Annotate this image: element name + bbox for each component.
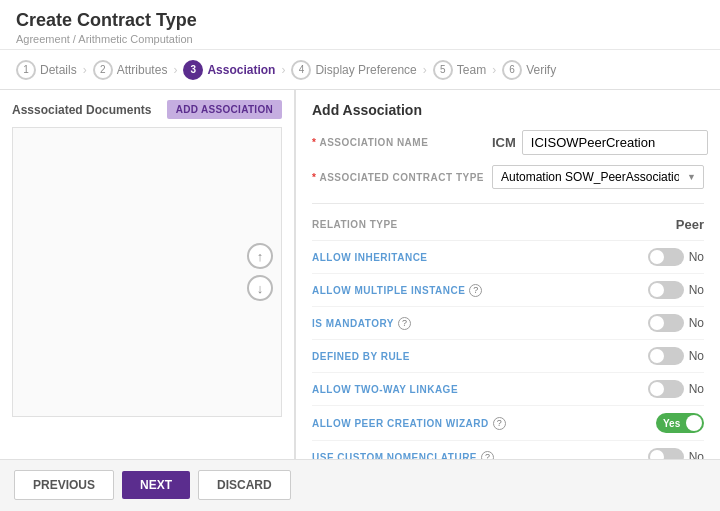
toggle-label-5-wrap: ALLOW PEER CREATION WIZARD ?: [312, 417, 506, 430]
steps-bar: 1 Details › 2 Attributes › 3 Association…: [0, 50, 720, 90]
toggle-switch-2[interactable]: [648, 314, 684, 332]
toggle-value-6: No: [689, 450, 704, 459]
toggle-value-3: No: [689, 349, 704, 363]
toggle-knob-3: [650, 349, 664, 363]
assoc-name-label-col: * ASSOCIATION NAME: [312, 137, 492, 148]
contract-type-select-col: Automation SOW_PeerAssociationcre... ▼: [492, 165, 704, 189]
toggle-switch-4[interactable]: [648, 380, 684, 398]
left-panel-title: Asssociated Documents: [12, 103, 151, 117]
toggle-knob-1: [650, 283, 664, 297]
add-association-button[interactable]: ADD ASSOCIATION: [167, 100, 282, 119]
footer: PREVIOUS NEXT DISCARD: [0, 459, 720, 509]
toggle-switch-1[interactable]: [648, 281, 684, 299]
toggle-label-2: IS MANDATORY: [312, 318, 394, 329]
step-6-circle: 6: [502, 60, 522, 80]
relation-type-row: RELATION TYPE Peer: [312, 212, 704, 241]
left-panel: Asssociated Documents ADD ASSOCIATION ↑ …: [0, 90, 295, 459]
relation-type-value: Peer: [676, 217, 704, 232]
step-3-label: Association: [207, 63, 275, 77]
up-arrow-button[interactable]: ↑: [247, 243, 273, 269]
help-icon-5[interactable]: ?: [493, 417, 506, 430]
toggle-row-4: ALLOW TWO-WAY LINKAGE No: [312, 373, 704, 406]
toggle-row-5: ALLOW PEER CREATION WIZARD ? Yes: [312, 406, 704, 441]
toggle-label-6: USE CUSTOM NOMENCLATURE: [312, 452, 477, 460]
required-star: *: [312, 137, 316, 148]
required-star-2: *: [312, 172, 316, 183]
toggle-switch-3[interactable]: [648, 347, 684, 365]
step-6-label: Verify: [526, 63, 556, 77]
toggle-switch-0[interactable]: [648, 248, 684, 266]
assoc-name-label: * ASSOCIATION NAME: [312, 137, 492, 148]
left-panel-header: Asssociated Documents ADD ASSOCIATION: [12, 100, 282, 119]
right-panel: Add Association * ASSOCIATION NAME ICM *…: [295, 90, 720, 459]
toggle-row-2: IS MANDATORY ? No: [312, 307, 704, 340]
help-icon-6[interactable]: ?: [481, 451, 494, 460]
step-5[interactable]: 5 Team: [429, 60, 490, 80]
sep5: ›: [492, 63, 496, 77]
step-2[interactable]: 2 Attributes: [89, 60, 172, 80]
step-2-label: Attributes: [117, 63, 168, 77]
toggle-value-4: No: [689, 382, 704, 396]
toggle-knob-6: [650, 450, 664, 459]
toggle-value-0: No: [689, 250, 704, 264]
toggle-label-2-wrap: IS MANDATORY ?: [312, 317, 411, 330]
association-name-input[interactable]: [522, 130, 708, 155]
page-header: Create Contract Type Agreement / Arithme…: [0, 0, 720, 50]
step-1[interactable]: 1 Details: [12, 60, 81, 80]
toggle-control-3: No: [648, 347, 704, 365]
toggle-row-0: ALLOW INHERITANCE No: [312, 241, 704, 274]
step-4[interactable]: 4 Display Preference: [287, 60, 420, 80]
page-title: Create Contract Type: [16, 10, 704, 31]
assoc-name-prefix: ICM: [492, 135, 516, 150]
step-6[interactable]: 6 Verify: [498, 60, 560, 80]
toggle-knob-0: [650, 250, 664, 264]
toggle-control-5: Yes: [656, 413, 704, 433]
toggle-yes-label: Yes: [656, 418, 680, 429]
step-2-circle: 2: [93, 60, 113, 80]
help-icon-2[interactable]: ?: [398, 317, 411, 330]
toggle-control-6: No: [648, 448, 704, 459]
step-1-label: Details: [40, 63, 77, 77]
toggle-knob-5: [686, 415, 702, 431]
help-icon-1[interactable]: ?: [469, 284, 482, 297]
sep3: ›: [281, 63, 285, 77]
contract-type-label: * ASSOCIATED CONTRACT TYPE: [312, 172, 492, 183]
relation-type-label: RELATION TYPE: [312, 219, 398, 230]
toggle-value-1: No: [689, 283, 704, 297]
toggle-label-5: ALLOW PEER CREATION WIZARD: [312, 418, 489, 429]
breadcrumb: Agreement / Arithmetic Computation: [16, 33, 704, 45]
toggle-row-1: ALLOW MULTIPLE INSTANCE ? No: [312, 274, 704, 307]
toggle-label-3: DEFINED BY RULE: [312, 351, 410, 362]
toggle-value-2: No: [689, 316, 704, 330]
toggle-control-4: No: [648, 380, 704, 398]
toggle-label-0: ALLOW INHERITANCE: [312, 252, 428, 263]
toggle-control-2: No: [648, 314, 704, 332]
right-panel-title: Add Association: [312, 102, 704, 118]
toggle-label-1-wrap: ALLOW MULTIPLE INSTANCE ?: [312, 284, 482, 297]
toggle-knob-2: [650, 316, 664, 330]
previous-button[interactable]: PREVIOUS: [14, 470, 114, 500]
discard-button[interactable]: DISCARD: [198, 470, 291, 500]
toggle-control-1: No: [648, 281, 704, 299]
toggle-switch-6[interactable]: [648, 448, 684, 459]
next-button[interactable]: NEXT: [122, 471, 190, 499]
association-name-row: * ASSOCIATION NAME ICM: [312, 130, 704, 155]
down-arrow-button[interactable]: ↓: [247, 275, 273, 301]
sep2: ›: [173, 63, 177, 77]
step-5-label: Team: [457, 63, 486, 77]
step-3[interactable]: 3 Association: [179, 60, 279, 80]
toggle-control-0: No: [648, 248, 704, 266]
sep4: ›: [423, 63, 427, 77]
sep1: ›: [83, 63, 87, 77]
contract-type-select[interactable]: Automation SOW_PeerAssociationcre...: [492, 165, 704, 189]
up-down-icons: ↑ ↓: [247, 243, 273, 301]
step-5-circle: 5: [433, 60, 453, 80]
toggle-row-6: USE CUSTOM NOMENCLATURE ? No: [312, 441, 704, 459]
step-4-label: Display Preference: [315, 63, 416, 77]
divider-1: [312, 203, 704, 204]
step-1-circle: 1: [16, 60, 36, 80]
toggle-switch-5-on[interactable]: Yes: [656, 413, 704, 433]
toggle-label-1: ALLOW MULTIPLE INSTANCE: [312, 285, 465, 296]
step-4-circle: 4: [291, 60, 311, 80]
content-area: Asssociated Documents ADD ASSOCIATION ↑ …: [0, 90, 720, 459]
